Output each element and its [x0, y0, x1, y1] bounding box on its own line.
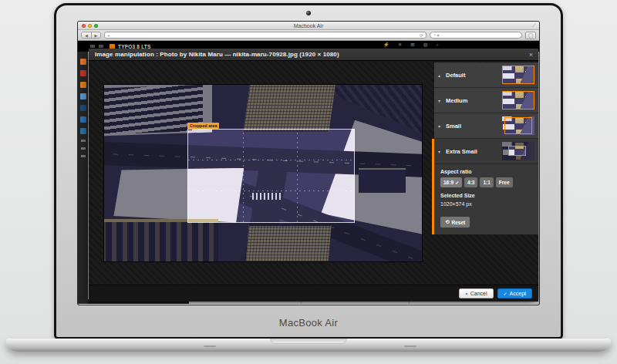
topbar-menu-icons: [90, 45, 103, 48]
module-icon[interactable]: [80, 105, 86, 111]
reset-button[interactable]: ⟲ Reset: [440, 217, 470, 228]
nav-buttons: ◀ ▶: [81, 32, 101, 39]
ratio-1-1-button[interactable]: 1:1: [480, 177, 493, 187]
modal-title: Image manipulation : Photo by Nikita Mar…: [95, 51, 339, 58]
vent-slot: [204, 345, 216, 347]
hamburger-icon[interactable]: [99, 45, 103, 48]
module-icon[interactable]: [81, 155, 86, 157]
webcam: [306, 11, 311, 15]
module-icon[interactable]: [81, 140, 86, 142]
thumbnail-crop-outline: [502, 66, 534, 84]
selected-size-value: 1020×574 px: [440, 201, 532, 207]
hamburger-icon[interactable]: [90, 45, 95, 48]
typo3-backend: TYPO3 8 LTS ⚡ ✳ ⊞ ◍ ⌕: [78, 41, 539, 304]
crop-presets-panel: ▴ Default ▾ Medium ▾: [434, 62, 538, 234]
accept-button[interactable]: ✓ Accept: [497, 288, 532, 298]
module-icon[interactable]: [81, 147, 86, 150]
page-background: Macbook Air ⟋ ◀ ▶ + ⟳ ⌕: [0, 0, 617, 364]
modal-header: Image manipulation : Photo by Nikita Mar…: [89, 49, 538, 61]
preset-settings: Aspect ratio 16:9✓ 4:3 1:1 Free Selected…: [434, 164, 538, 234]
browser-window-title: Macbook Air: [78, 23, 539, 29]
browser-toolbar: ◀ ▶ + ⟳ ⌕ ▾ ◯: [78, 30, 539, 41]
laptop-base: [6, 339, 611, 352]
close-icon: ×: [465, 292, 468, 296]
close-icon[interactable]: ×: [529, 51, 533, 59]
bolt-icon[interactable]: ⚡: [383, 42, 389, 48]
chevron-up-icon: ▴: [438, 72, 443, 78]
chevron-down-icon: ▾: [438, 149, 443, 154]
ratio-16-9-button[interactable]: 16:9✓: [440, 177, 462, 187]
search-icon[interactable]: ⌕: [436, 42, 439, 48]
ratio-4-3-button[interactable]: 4:3: [464, 177, 477, 187]
preset-thumbnail: [502, 142, 534, 160]
preset-thumbnail: [502, 91, 534, 110]
modules-grid-icon[interactable]: ⊞: [410, 42, 414, 48]
check-icon: ✓: [455, 180, 459, 185]
ratio-free-button[interactable]: Free: [496, 177, 513, 187]
preset-label: Small: [446, 123, 502, 130]
check-icon: ✓: [504, 291, 507, 296]
aspect-ratio-buttons: 16:9✓ 4:3 1:1 Free: [440, 177, 532, 187]
preset-label: Extra Small: [446, 148, 502, 155]
favicon-placeholder-icon: +: [107, 33, 110, 38]
help-icon[interactable]: ✳: [398, 42, 402, 48]
browser-extension-button[interactable]: ◯: [525, 32, 536, 39]
modal-body: Cropped area ▴ Default: [89, 61, 538, 285]
thumbnail-crop-outline: [504, 117, 532, 134]
image-manipulation-modal: Image manipulation : Photo by Nikita Mar…: [89, 49, 538, 302]
preset-label: Medium: [446, 97, 502, 104]
lid-notch: [270, 339, 347, 344]
chevron-down-icon: ▾: [438, 123, 443, 129]
photo-detail: [104, 219, 218, 261]
search-caret-icon: ▾: [437, 32, 439, 38]
preset-medium[interactable]: ▾ Medium: [434, 88, 538, 113]
url-field[interactable]: + ⟳: [104, 32, 427, 39]
macbook-mockup: Macbook Air ⟋ ◀ ▶ + ⟳ ⌕: [0, 0, 617, 364]
browser-titlebar: Macbook Air ⟋: [78, 22, 539, 30]
cancel-button[interactable]: × Cancel: [459, 288, 493, 298]
forward-button[interactable]: ▶: [91, 32, 100, 38]
preset-default[interactable]: ▴ Default: [434, 62, 538, 88]
chevron-down-icon: ▾: [438, 98, 443, 103]
cropped-area-label: Cropped area: [187, 123, 219, 129]
module-icon[interactable]: [80, 82, 86, 88]
typo3-module-sidebar: [78, 52, 88, 304]
aspect-ratio-heading: Aspect ratio: [440, 169, 532, 174]
selected-size-heading: Selected Size: [440, 193, 532, 198]
thumbnail-crop-outline: [508, 146, 526, 156]
preset-small[interactable]: ▾ Small: [434, 113, 538, 139]
photo-detail: [245, 224, 332, 261]
refresh-icon[interactable]: ⟳: [420, 32, 423, 38]
module-icon[interactable]: [80, 128, 86, 134]
back-button[interactable]: ◀: [82, 32, 91, 38]
topbar-system-icons: ⚡ ✳ ⊞ ◍ ⌕: [383, 42, 439, 48]
search-icon: ⌕: [433, 32, 436, 38]
window-resize-icon[interactable]: ⟋: [532, 22, 536, 29]
laptop-lid: Macbook Air ⟋ ◀ ▶ + ⟳ ⌕: [54, 3, 563, 339]
photo-detail: [244, 85, 337, 133]
user-avatar-icon[interactable]: ◍: [423, 42, 428, 48]
preset-label: Default: [446, 72, 502, 79]
preset-extra-small-group: ▾ Extra Small Aspect ratio 16:9✓ 4:3: [432, 139, 538, 234]
vent-slot: [404, 345, 416, 347]
preset-extra-small[interactable]: ▾ Extra Small: [434, 139, 538, 164]
photo-detail: [359, 168, 406, 193]
thumbnail-crop-outline: [502, 91, 534, 110]
crop-photo[interactable]: Cropped area: [104, 85, 422, 261]
preset-thumbnail: [502, 116, 534, 135]
modal-footer: × Cancel ✓ Accept: [89, 285, 538, 302]
module-icon[interactable]: [80, 70, 86, 76]
preset-thumbnail: [502, 66, 534, 84]
module-icon[interactable]: [80, 59, 86, 65]
reset-icon: ⟲: [445, 219, 449, 225]
screen: Macbook Air ⟋ ◀ ▶ + ⟳ ⌕: [78, 22, 539, 305]
search-input[interactable]: ⌕ ▾: [430, 32, 522, 39]
module-icon[interactable]: [80, 116, 86, 123]
bezel-brand-label: MacBook Air: [56, 317, 561, 329]
crop-rectangle[interactable]: Cropped area: [187, 129, 355, 223]
module-icon[interactable]: [80, 93, 86, 99]
